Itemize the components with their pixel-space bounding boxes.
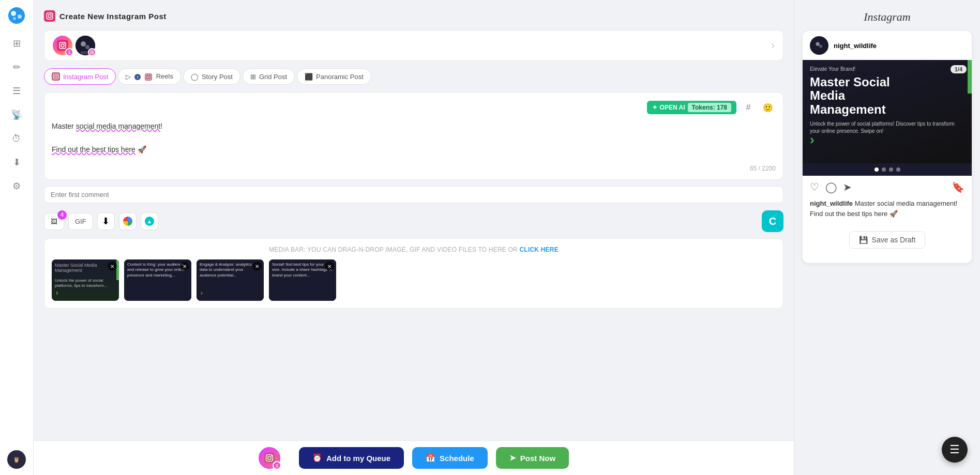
preview-caption: night_wildlife Master social media manag… xyxy=(803,198,972,224)
first-comment-input[interactable] xyxy=(44,186,783,203)
platform-label: Instagram xyxy=(864,10,910,24)
svg-point-14 xyxy=(85,45,89,49)
panoramic-icon: ⬛ xyxy=(305,73,313,81)
svg-point-36 xyxy=(819,45,822,48)
sidebar-item-clock[interactable]: ⏱ xyxy=(6,128,27,149)
ig-account-avatar: 1 xyxy=(53,36,72,55)
preview-panel: Instagram night_wildlife Elevate Your Br… xyxy=(794,0,980,475)
schedule-button[interactable]: 📅 Schedule xyxy=(412,447,488,469)
account-selector[interactable]: 1 xyxy=(44,30,783,61)
bottom-bar: 1 ⏰ Add to my Queue 📅 Schedule ➤ Post No… xyxy=(34,440,794,475)
media-thumbnails: Master Social Media Management Unlock th… xyxy=(52,259,776,301)
sidebar-item-download[interactable]: ⬇ xyxy=(6,152,27,173)
like-icon[interactable]: ♡ xyxy=(810,181,819,193)
post-now-button[interactable]: ➤ Post Now xyxy=(496,447,569,469)
emoji-btn[interactable]: 🙂 xyxy=(760,100,776,115)
gif-label: GIF xyxy=(75,218,86,225)
save-as-draft-button[interactable]: 💾 Save as Draft xyxy=(849,231,926,249)
preview-username: night_wildlife xyxy=(834,42,877,50)
upvoty-btn[interactable]: ▲ xyxy=(141,212,158,230)
preview-post-subtitle: Unlock the power of social platforms! Di… xyxy=(803,116,972,139)
openai-badge[interactable]: ✦ OPEN AI Tokens: 178 xyxy=(647,101,736,114)
share-icon[interactable]: ➤ xyxy=(843,181,852,193)
svg-point-22 xyxy=(57,74,58,75)
sidebar-item-settings[interactable]: ⚙ xyxy=(6,176,27,196)
queue-icon: ⏰ xyxy=(312,453,322,463)
draft-label: Save as Draft xyxy=(872,236,916,244)
tab-reels[interactable]: ▷ f Reels xyxy=(118,68,181,85)
tab-panoramic-post[interactable]: ⬛ Panoramic Post xyxy=(297,68,371,85)
media-thumb-4: Social! find best tips for your size, in… xyxy=(269,259,336,301)
tab-instagram-post[interactable]: Instagram Post xyxy=(44,68,116,85)
char-count: 65 / 2200 xyxy=(52,165,776,172)
app-logo[interactable] xyxy=(7,6,26,25)
svg-point-2 xyxy=(18,14,22,19)
queue-button[interactable]: ⏰ Add to my Queue xyxy=(299,447,404,469)
instagram-icon-title xyxy=(44,10,55,22)
queue-label: Add to my Queue xyxy=(326,454,390,463)
thumb-1-close[interactable]: ✕ xyxy=(108,262,117,271)
sidebar-item-grid[interactable]: ⊞ xyxy=(6,33,27,54)
media-bar: MEDIA BAR: YOU CAN DRAG-N-DROP IMAGE, GI… xyxy=(44,238,783,309)
thumb-3-close[interactable]: ✕ xyxy=(252,262,262,271)
svg-point-7 xyxy=(52,13,53,14)
caption-line-1: Master social media management! xyxy=(52,120,776,132)
user-avatar[interactable]: 🦉 xyxy=(7,450,26,469)
dot-1 xyxy=(875,167,879,172)
preview-caption-sub: Find out the best tips here 🚀 xyxy=(810,210,898,218)
bookmark-icon[interactable]: 🔖 xyxy=(952,181,964,193)
secondary-account-avatar xyxy=(76,36,95,55)
svg-point-11 xyxy=(65,43,66,44)
story-icon: ◯ xyxy=(191,73,199,81)
tab-story-post[interactable]: ◯ Story Post xyxy=(183,68,240,85)
comment-icon[interactable]: ◯ xyxy=(825,181,837,193)
thumb-4-close[interactable]: ✕ xyxy=(325,262,334,271)
post-type-tabs: Instagram Post ▷ f Reels ◯ Story Post ⊞ … xyxy=(44,68,783,85)
post-icon: ➤ xyxy=(509,453,516,463)
instagram-post-icon xyxy=(52,72,60,81)
thumb-1-arrow: › xyxy=(56,288,58,297)
google-photos-btn[interactable] xyxy=(119,212,137,230)
image-upload-btn[interactable]: 🖼 4 xyxy=(44,213,64,230)
preview-dots xyxy=(803,163,972,176)
grid-tab-icon: ⊞ xyxy=(250,73,256,81)
preview-actions: ♡ ◯ ➤ 🔖 xyxy=(803,176,972,198)
dot-2 xyxy=(882,167,886,172)
preview-image: Elevate Your Brand! Master SocialMediaMa… xyxy=(803,60,972,163)
image-icon: 🖼 xyxy=(51,218,57,225)
thumb-2-close[interactable]: ✕ xyxy=(180,262,189,271)
sidebar-item-rss[interactable]: 📡 xyxy=(6,104,27,125)
sidebar-item-doc[interactable]: ☰ xyxy=(6,81,27,101)
reels-icon: ▷ xyxy=(126,73,131,81)
canva-btn[interactable]: C xyxy=(762,210,783,232)
editor-area: Create New Instagram Post xyxy=(34,0,794,440)
fab-menu-button[interactable]: ☰ xyxy=(942,437,968,463)
tokens-badge: Tokens: 178 xyxy=(688,103,731,112)
schedule-icon: 📅 xyxy=(426,453,435,463)
preview-elevate-label: Elevate Your Brand! xyxy=(810,66,855,72)
preview-card: night_wildlife Elevate Your Brand! Maste… xyxy=(803,31,972,263)
stock-photo-btn[interactable]: ⬇ xyxy=(97,212,115,230)
page-title-text: Create New Instagram Post xyxy=(59,12,167,21)
sidebar: ⊞ ✏ ☰ 📡 ⏱ ⬇ ⚙ 🦉 xyxy=(0,0,34,475)
schedule-label: Schedule xyxy=(440,454,474,463)
sidebar-item-edit[interactable]: ✏ xyxy=(6,57,27,78)
caption-text[interactable]: Master social media management! Find out… xyxy=(52,120,776,162)
media-bar-hint: MEDIA BAR: YOU CAN DRAG-N-DROP IMAGE, GI… xyxy=(52,246,776,253)
canva-icon: C xyxy=(769,216,776,227)
media-thumb-1: Master Social Media Management Unlock th… xyxy=(52,259,119,301)
bottom-badge: 1 xyxy=(273,461,281,470)
main-content: Create New Instagram Post xyxy=(34,0,794,475)
preview-green-bar xyxy=(968,60,972,94)
gif-btn[interactable]: GIF xyxy=(68,213,93,230)
caption-line-2: Find out the best tips here 🚀 xyxy=(52,144,776,155)
media-toolbar: 🖼 4 GIF ⬇ ▲ xyxy=(44,210,783,232)
click-here-link[interactable]: CLICK HERE xyxy=(520,246,559,253)
post-label: Post Now xyxy=(520,454,555,463)
hashtag-btn[interactable]: # xyxy=(741,100,756,115)
tab-grid-post-label: Grid Post xyxy=(259,73,287,81)
svg-text:▲: ▲ xyxy=(146,218,152,224)
draft-icon: 💾 xyxy=(859,236,868,244)
preview-caption-text: Master social media management! xyxy=(855,200,958,207)
tab-grid-post[interactable]: ⊞ Grid Post xyxy=(243,68,295,85)
